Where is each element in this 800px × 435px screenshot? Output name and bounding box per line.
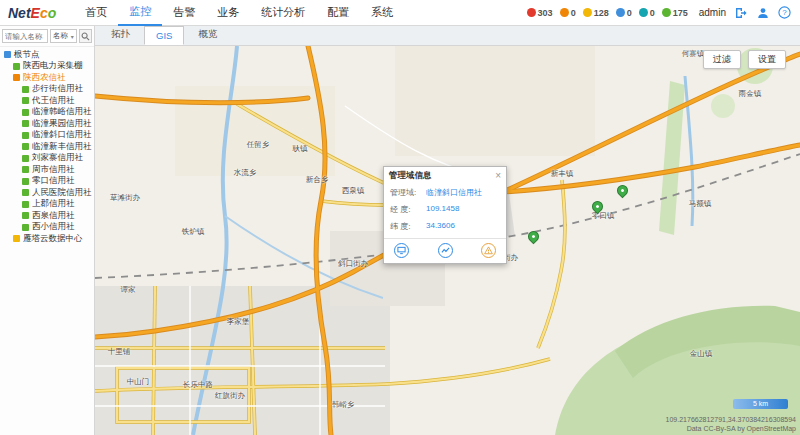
alarm-dot-icon (639, 8, 648, 17)
view-tab[interactable]: 概览 (186, 24, 229, 45)
menu-item[interactable]: 统计分析 (250, 0, 316, 25)
node-icon (22, 120, 29, 127)
tree-item-label: 西泉信用社 (32, 210, 75, 222)
tree-item-label: 雁塔云数据中心 (23, 233, 83, 245)
tree-search-row: 名称 ▾ (0, 26, 94, 47)
alarm-badge[interactable]: 303 (527, 8, 553, 18)
settings-button[interactable]: 设置 (748, 50, 786, 69)
menu-item[interactable]: 系统 (360, 0, 404, 25)
alarm-count: 128 (594, 8, 609, 18)
chevron-down-icon: ▾ (71, 33, 74, 40)
tree-item[interactable]: 步行街信用社 (0, 84, 94, 96)
tree-item-label: 临潼果园信用社 (32, 118, 92, 130)
node-icon (22, 189, 29, 196)
monitor-icon[interactable] (394, 243, 409, 258)
alarm-dot-icon (560, 8, 569, 17)
tree-item[interactable]: 临潼果园信用社 (0, 118, 94, 130)
search-input[interactable] (2, 29, 48, 43)
tree-item[interactable]: 陕西农信社 (0, 72, 94, 84)
main-content: 拓扑 GIS 概览 (95, 26, 800, 435)
node-icon (22, 97, 29, 104)
alarm-dot-icon (662, 8, 671, 17)
filter-button[interactable]: 过滤 (703, 50, 741, 69)
node-icon (22, 201, 29, 208)
tree-item[interactable]: 临潼斜口信用社 (0, 130, 94, 142)
tree-item[interactable]: 西泉信用社 (0, 210, 94, 222)
main-menu: 首页 监控 告警 业务 统计分析 配置 系统 (74, 0, 404, 25)
popup-actions (384, 238, 506, 263)
alarm-count: 303 (538, 8, 553, 18)
view-tab[interactable]: 拓扑 (99, 24, 142, 45)
alarm-dot-icon (527, 8, 536, 17)
node-icon (22, 86, 29, 93)
tree-item-label: 零口信用社 (32, 176, 75, 188)
menu-item[interactable]: 首页 (74, 0, 118, 25)
tree-item-label: 临潼斜口信用社 (32, 130, 92, 142)
menu-item[interactable]: 业务 (206, 0, 250, 25)
performance-icon[interactable] (438, 243, 453, 258)
tree-item[interactable]: 代王信用社 (0, 95, 94, 107)
tree-item[interactable]: 西小信用社 (0, 222, 94, 234)
tree-item-label: 人民医院信用社 (32, 187, 92, 199)
tree-item-label: 西小信用社 (32, 222, 75, 234)
tree-item[interactable]: 陕西电力采集棚 (0, 61, 94, 73)
popup-row-domain: 管理域: 临潼斜口信用社 (384, 184, 506, 201)
node-icon (13, 63, 20, 70)
search-type-select[interactable]: 名称 ▾ (50, 29, 77, 43)
logo-text: Net (8, 5, 31, 21)
tree-item-label: 周市信用社 (32, 164, 75, 176)
alarm-count: 0 (627, 8, 632, 18)
domain-info-popup: 管理域信息 × 管理域: 临潼斜口信用社 经 度: 109.1458 纬 度: … (383, 166, 507, 264)
tree-item[interactable]: 人民医院信用社 (0, 187, 94, 199)
latitude-value: 34.3606 (426, 221, 455, 232)
alarm-count: 0 (650, 8, 655, 18)
node-icon (13, 74, 20, 81)
close-icon[interactable]: × (495, 172, 501, 180)
menu-item[interactable]: 配置 (316, 0, 360, 25)
menu-item[interactable]: 告警 (162, 0, 206, 25)
device-tree-panel: 名称 ▾ 根节点 陕西电力采集棚 陕 (0, 26, 95, 435)
tree-item[interactable]: 雁塔云数据中心 (0, 233, 94, 245)
popup-row-longitude: 经 度: 109.1458 (384, 201, 506, 218)
neteco-app: NetEco 首页 监控 告警 业务 统计分析 配置 系统 303 (0, 0, 800, 435)
node-icon (22, 178, 29, 185)
tree-item[interactable]: 根节点 (0, 49, 94, 61)
map-controls: 过滤 设置 (703, 50, 786, 69)
popup-row-latitude: 纬 度: 34.3606 (384, 218, 506, 235)
alarm-icon[interactable] (481, 243, 496, 258)
node-icon (22, 166, 29, 173)
osm-license: Data CC-By-SA by OpenStreetMap (666, 424, 796, 433)
tree-item[interactable]: 临潼新丰信用社 (0, 141, 94, 153)
tree-item-label: 上郡信用社 (32, 199, 75, 211)
username[interactable]: admin (699, 7, 726, 18)
logout-icon[interactable] (733, 5, 748, 20)
alarm-badge[interactable]: 175 (662, 8, 688, 18)
svg-text:?: ? (782, 8, 787, 17)
menu-item[interactable]: 监控 (118, 0, 162, 26)
tree-item[interactable]: 上郡信用社 (0, 199, 94, 211)
node-icon (13, 235, 20, 242)
longitude-value: 109.1458 (426, 204, 459, 215)
node-icon (22, 143, 29, 150)
alarm-badge[interactable]: 0 (616, 8, 632, 18)
alarm-badge[interactable]: 0 (560, 8, 576, 18)
alarm-badge[interactable]: 128 (583, 8, 609, 18)
tree-item[interactable]: 周市信用社 (0, 164, 94, 176)
tree-item[interactable]: 零口信用社 (0, 176, 94, 188)
gis-map[interactable]: 草滩街办 耿镇 任留乡 水流乡 新合乡 西泉镇 新丰镇 何寨镇 雨金镇 (95, 46, 800, 435)
alarm-badge[interactable]: 0 (639, 8, 655, 18)
alarm-dot-icon (616, 8, 625, 17)
tree-item[interactable]: 临潼韩峪信用社 (0, 107, 94, 119)
search-button[interactable] (79, 29, 92, 43)
neteco-logo[interactable]: NetEco (8, 5, 56, 21)
tree-item-label: 陕西农信社 (23, 72, 66, 84)
domain-link[interactable]: 临潼斜口信用社 (426, 187, 482, 198)
help-icon[interactable]: ? (777, 5, 792, 20)
user-icon[interactable] (755, 5, 770, 20)
search-type-label: 名称 (53, 31, 68, 41)
tree-item[interactable]: 刘家寨信用社 (0, 153, 94, 165)
view-tabs: 拓扑 GIS 概览 (95, 26, 800, 46)
view-tab[interactable]: GIS (144, 26, 184, 45)
alarm-dot-icon (583, 8, 592, 17)
tree-item-label: 步行街信用社 (32, 84, 83, 96)
